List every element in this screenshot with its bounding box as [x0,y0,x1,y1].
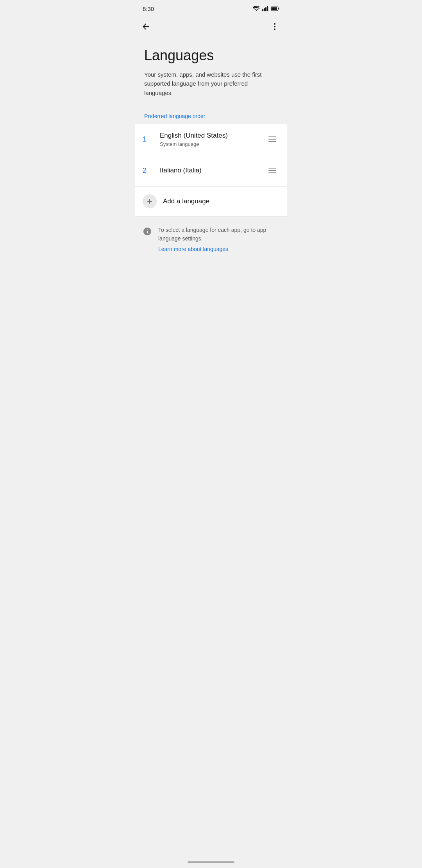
svg-point-0 [256,10,257,11]
status-time: 8:30 [143,5,154,12]
more-options-icon [270,22,279,31]
info-section: To select a language for each app, go to… [135,217,287,258]
add-language-label: Add a language [163,197,209,205]
info-icon-wrapper [143,227,152,238]
svg-rect-6 [278,8,279,10]
page-description: Your system, apps, and websites use the … [135,70,287,107]
info-text: To select a language for each app, go to… [158,227,266,242]
drag-line [268,170,276,171]
drag-line [268,172,276,173]
drag-line [268,136,276,137]
status-icons [253,6,279,11]
drag-line [268,141,276,142]
svg-rect-3 [265,7,266,11]
svg-rect-4 [267,6,268,11]
preferred-language-order-header[interactable]: Preferred language order [135,107,287,124]
page-title: Languages [135,38,287,70]
language-info-1: English (United States) System language [157,132,265,147]
svg-rect-1 [262,9,263,11]
back-button[interactable] [136,17,155,36]
drag-line [268,139,276,140]
signal-icon [262,6,268,11]
status-bar: 8:30 [135,0,287,16]
battery-icon [271,6,279,11]
language-sublabel-1: System language [160,141,265,147]
info-icon [143,227,152,236]
learn-more-link[interactable]: Learn more about languages [158,246,279,252]
language-name-2: Italiano (Italia) [160,167,265,174]
language-item-2[interactable]: 2 Italiano (Italia) [135,155,287,187]
drag-handle-2[interactable] [265,165,279,176]
wifi-icon [253,6,260,11]
language-item-1[interactable]: 1 English (United States) System languag… [135,124,287,155]
language-name-1: English (United States) [160,132,265,140]
svg-rect-2 [264,8,265,11]
language-info-2: Italiano (Italia) [157,167,265,174]
info-content: To select a language for each app, go to… [158,226,279,252]
back-icon [141,22,150,31]
add-icon [146,197,154,205]
drag-line [268,168,276,169]
add-icon-wrapper [143,194,157,208]
language-number-2: 2 [143,167,157,175]
top-bar [135,16,287,38]
svg-rect-7 [271,7,277,10]
svg-point-9 [274,26,275,27]
language-number-1: 1 [143,135,157,143]
svg-point-8 [274,23,275,25]
add-language-button[interactable]: Add a language [135,187,287,217]
more-options-button[interactable] [265,17,284,36]
svg-point-10 [274,29,275,30]
drag-handle-1[interactable] [265,133,279,145]
